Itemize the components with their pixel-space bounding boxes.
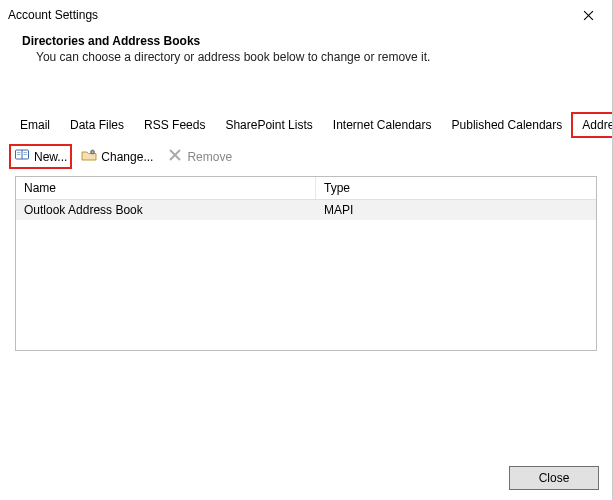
change-button[interactable]: Change... — [77, 145, 157, 168]
remove-button: Remove — [163, 145, 236, 168]
new-button-label: New... — [34, 150, 67, 164]
close-button[interactable]: Close — [509, 466, 599, 490]
window-title: Account Settings — [8, 8, 98, 22]
close-icon[interactable] — [574, 4, 602, 26]
tab-sharepoint-lists[interactable]: SharePoint Lists — [215, 113, 322, 137]
column-header-name[interactable]: Name — [16, 177, 316, 199]
page-title: Directories and Address Books — [22, 34, 590, 48]
tabs: Email Data Files RSS Feeds SharePoint Li… — [10, 112, 602, 137]
tab-published-calendars[interactable]: Published Calendars — [442, 113, 573, 137]
toolbar: New... Change... Remove — [0, 137, 612, 176]
tab-email[interactable]: Email — [10, 113, 60, 137]
new-button[interactable]: New... — [10, 145, 71, 168]
table-body: Outlook Address Book MAPI — [16, 200, 596, 220]
table-row[interactable]: Outlook Address Book MAPI — [16, 200, 596, 220]
page-description: You can choose a directory or address bo… — [22, 50, 590, 64]
tab-rss-feeds[interactable]: RSS Feeds — [134, 113, 215, 137]
footer: Close — [509, 466, 599, 490]
tab-address-books[interactable]: Address Books — [572, 113, 613, 137]
titlebar: Account Settings — [0, 0, 612, 30]
address-books-table: Name Type Outlook Address Book MAPI — [15, 176, 597, 351]
change-button-label: Change... — [101, 150, 153, 164]
cell-name: Outlook Address Book — [16, 200, 316, 220]
column-header-type[interactable]: Type — [316, 177, 596, 199]
cell-type: MAPI — [316, 200, 596, 220]
x-icon — [167, 147, 183, 166]
tab-internet-calendars[interactable]: Internet Calendars — [323, 113, 442, 137]
header-block: Directories and Address Books You can ch… — [0, 30, 612, 74]
table-header: Name Type — [16, 177, 596, 200]
remove-button-label: Remove — [187, 150, 232, 164]
svg-point-9 — [92, 151, 93, 152]
folder-gear-icon — [81, 147, 97, 166]
book-icon — [14, 147, 30, 166]
tab-data-files[interactable]: Data Files — [60, 113, 134, 137]
